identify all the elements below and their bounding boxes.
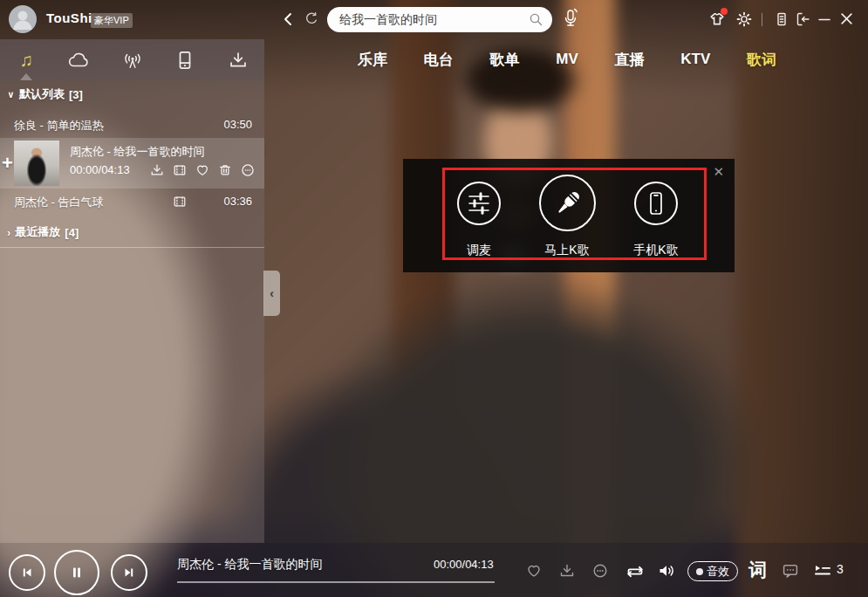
chevron-down-icon: ∨ bbox=[7, 89, 15, 100]
progress-bar[interactable] bbox=[177, 581, 495, 583]
lyrics-button[interactable]: 词 bbox=[748, 558, 767, 582]
mv-film-icon[interactable] bbox=[173, 195, 187, 209]
minimize-icon[interactable] bbox=[817, 12, 833, 28]
more-icon[interactable] bbox=[241, 163, 255, 177]
tune-mic-label[interactable]: 调麦 bbox=[435, 243, 523, 258]
mini-player-icon[interactable] bbox=[774, 11, 789, 27]
sing-now-button[interactable] bbox=[539, 175, 596, 231]
playlist-title: 默认列表 bbox=[19, 86, 65, 102]
heart-icon[interactable] bbox=[195, 163, 209, 177]
settings-gear-icon[interactable] bbox=[736, 11, 752, 27]
playlist-title: 最近播放 bbox=[15, 224, 60, 240]
phone-karaoke-label[interactable]: 手机K歌 bbox=[612, 243, 700, 258]
phone-karaoke-button[interactable] bbox=[634, 182, 678, 225]
download-manager-icon[interactable] bbox=[229, 50, 251, 71]
popup-close-icon[interactable]: ✕ bbox=[713, 164, 724, 180]
sound-effect-label: 音效 bbox=[707, 564, 729, 580]
ktv-popup: 调麦 马上K歌 手机K歌 ✕ bbox=[403, 159, 735, 272]
chevron-right-icon: › bbox=[7, 226, 10, 239]
favorite-heart-icon[interactable] bbox=[525, 563, 543, 579]
app-logo[interactable]: TouShi bbox=[46, 10, 92, 25]
device-phone-icon[interactable] bbox=[175, 50, 198, 71]
add-song-button[interactable]: + bbox=[2, 152, 13, 175]
sound-effect-dot-icon bbox=[696, 568, 703, 575]
next-button[interactable] bbox=[111, 554, 147, 591]
tab-ktv[interactable]: KTV bbox=[680, 51, 710, 68]
album-art[interactable] bbox=[14, 141, 59, 186]
mv-film-icon[interactable] bbox=[173, 163, 187, 177]
play-queue-icon[interactable] bbox=[813, 564, 832, 578]
tab-mv[interactable]: MV bbox=[556, 51, 578, 68]
song-title: 徐良 - 简单的温热 bbox=[14, 118, 104, 134]
tune-mic-button[interactable] bbox=[457, 182, 501, 225]
now-playing-title: 周杰伦 - 给我一首歌的时间 bbox=[70, 144, 205, 160]
queue-count[interactable]: 3 bbox=[837, 562, 844, 576]
top-bar: TouShi 豪华VIP bbox=[0, 0, 868, 39]
smartphone-icon bbox=[643, 190, 669, 216]
search-input[interactable] bbox=[327, 7, 552, 32]
tab-playlists[interactable]: 歌单 bbox=[490, 50, 520, 70]
song-row[interactable]: 周杰伦 - 告白气球 03:36 bbox=[0, 189, 264, 214]
refresh-icon[interactable] bbox=[304, 11, 319, 27]
microphone-icon bbox=[550, 186, 585, 221]
local-music-icon[interactable]: ♫ bbox=[15, 50, 38, 71]
divider bbox=[762, 13, 762, 26]
avatar[interactable] bbox=[9, 5, 37, 33]
music-player-window: TouShi 豪华VIP bbox=[0, 0, 868, 597]
dock-left-icon[interactable] bbox=[795, 11, 810, 27]
song-title: 周杰伦 - 告白气球 bbox=[14, 195, 104, 210]
repeat-mode-icon[interactable] bbox=[625, 565, 646, 579]
sidebar-collapse-handle[interactable]: ‹ bbox=[263, 271, 280, 316]
trash-icon[interactable] bbox=[218, 163, 232, 177]
comment-icon[interactable] bbox=[782, 563, 799, 579]
tab-radio[interactable]: 电台 bbox=[424, 50, 454, 70]
mixer-sliders-icon bbox=[466, 190, 492, 216]
chevron-left-icon: ‹ bbox=[270, 286, 274, 300]
playlist-count: [3] bbox=[69, 88, 83, 101]
song-row[interactable]: 徐良 - 简单的温热 03:50 bbox=[0, 113, 264, 137]
tab-live[interactable]: 直播 bbox=[615, 50, 645, 70]
song-duration: 03:36 bbox=[223, 195, 252, 208]
player-bar: 周杰伦 - 给我一首歌的时间 00:00/04:13 音效 词 3 bbox=[0, 543, 868, 597]
active-tab-caret bbox=[20, 73, 32, 80]
voice-search-icon[interactable] bbox=[562, 8, 579, 31]
search-box bbox=[327, 7, 552, 32]
volume-icon[interactable] bbox=[658, 563, 677, 579]
current-song-title: 周杰伦 - 给我一首歌的时间 bbox=[177, 557, 322, 573]
search-icon[interactable] bbox=[529, 12, 543, 27]
sidebar: ♫ ∨ 默认列表 [3] 徐良 - 简单的温热 03:50 bbox=[0, 39, 264, 543]
pause-button[interactable] bbox=[54, 550, 99, 595]
download-icon[interactable] bbox=[150, 163, 164, 177]
sing-now-label[interactable]: 马上K歌 bbox=[523, 243, 611, 258]
radio-tower-icon[interactable] bbox=[121, 50, 144, 71]
sidebar-tab-strip: ♫ bbox=[0, 39, 264, 80]
vip-badge[interactable]: 豪华VIP bbox=[91, 13, 133, 28]
sound-effect-toggle[interactable]: 音效 bbox=[687, 561, 738, 581]
playback-time: 00:00/04:13 bbox=[434, 558, 494, 571]
now-playing-time: 00:00/04:13 bbox=[70, 163, 130, 176]
tab-lyrics[interactable]: 歌词 bbox=[747, 50, 776, 70]
close-icon[interactable] bbox=[839, 11, 855, 27]
main-nav: 乐库 电台 歌单 MV 直播 KTV 歌词 bbox=[358, 47, 776, 72]
divider bbox=[0, 247, 264, 248]
download-icon[interactable] bbox=[559, 563, 575, 579]
playlist-count: [4] bbox=[65, 226, 79, 239]
back-icon[interactable] bbox=[281, 11, 297, 27]
notification-dot bbox=[721, 8, 728, 15]
now-playing-row[interactable]: 周杰伦 - 给我一首歌的时间 00:00/04:13 bbox=[0, 138, 264, 189]
song-duration: 03:50 bbox=[223, 118, 252, 131]
recent-played-header[interactable]: › 最近播放 [4] bbox=[7, 223, 79, 241]
more-icon[interactable] bbox=[592, 563, 608, 579]
previous-button[interactable] bbox=[9, 554, 45, 591]
default-playlist-header[interactable]: ∨ 默认列表 [3] bbox=[7, 86, 83, 103]
cloud-icon[interactable] bbox=[68, 50, 91, 71]
tab-music-library[interactable]: 乐库 bbox=[358, 50, 387, 70]
